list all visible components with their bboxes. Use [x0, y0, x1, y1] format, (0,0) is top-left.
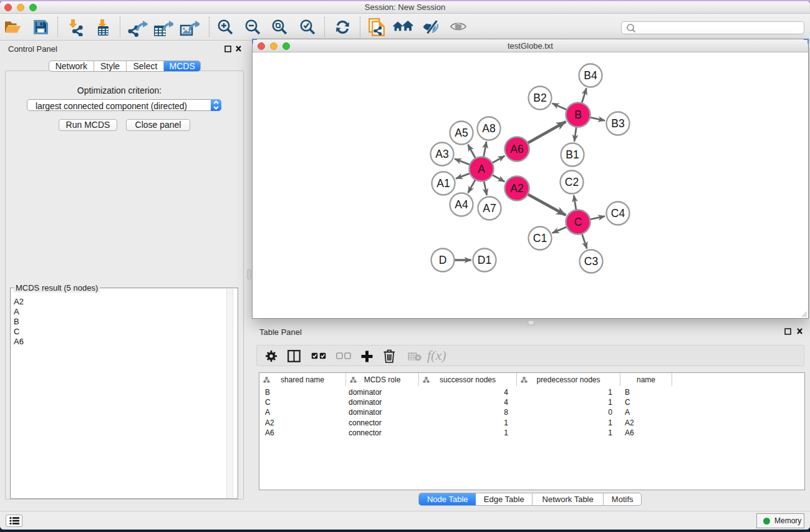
svg-text:A: A: [478, 163, 485, 175]
svg-text:A5: A5: [455, 127, 468, 139]
svg-text:A4: A4: [455, 198, 468, 211]
svg-text:C: C: [574, 216, 582, 228]
svg-text:B: B: [574, 109, 582, 121]
svg-text:D: D: [439, 254, 447, 266]
svg-text:A7: A7: [483, 202, 496, 215]
svg-text:C3: C3: [584, 255, 598, 268]
svg-text:C4: C4: [611, 207, 625, 220]
svg-text:B4: B4: [584, 69, 597, 82]
svg-text:A1: A1: [436, 177, 450, 190]
svg-text:A8: A8: [482, 122, 495, 135]
svg-text:B3: B3: [611, 117, 624, 130]
svg-text:A6: A6: [510, 143, 523, 155]
svg-text:A2: A2: [510, 182, 523, 195]
svg-text:A3: A3: [435, 148, 448, 160]
svg-text:C1: C1: [533, 232, 547, 244]
svg-text:C2: C2: [565, 176, 579, 188]
svg-text:B1: B1: [566, 148, 579, 161]
svg-text:B2: B2: [533, 92, 546, 104]
svg-text:D1: D1: [478, 254, 491, 266]
